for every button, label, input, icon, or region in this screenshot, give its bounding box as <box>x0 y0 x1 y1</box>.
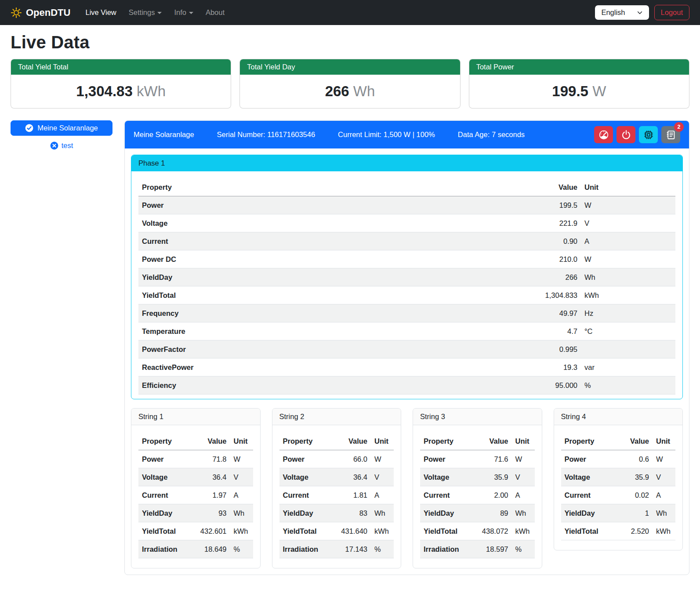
power-control-button[interactable] <box>617 126 635 143</box>
phase-card: Phase 1 Property Value Unit Power199.5WV… <box>131 155 683 399</box>
property-label: Power <box>279 450 331 468</box>
cpu-icon <box>643 130 654 140</box>
property-value: 17.143 <box>330 540 371 558</box>
property-value: 1,304.833 <box>524 286 581 304</box>
string-3-card: String 3 Property Value Unit <box>413 408 542 568</box>
table-row: YieldDay89Wh <box>420 504 535 522</box>
table-row: YieldDay93Wh <box>138 504 253 522</box>
property-label: Power <box>138 450 190 468</box>
property-label: YieldDay <box>138 504 190 522</box>
table-row: Power DC210.0W <box>138 250 675 268</box>
nav-settings[interactable]: Settings <box>123 5 168 20</box>
phase-table-head: Property Value Unit <box>138 178 675 196</box>
inverter-item-test[interactable]: test <box>11 141 112 150</box>
property-value: 438.072 <box>472 522 512 540</box>
property-value: 18.597 <box>472 540 512 558</box>
card-value-row: 1,304.83 kWh <box>11 75 231 108</box>
page-title: Live Data <box>11 33 689 52</box>
property-unit: % <box>371 540 394 558</box>
string-card-title: String 4 <box>554 409 683 425</box>
inverter-sidebar: Meine Solaranlage test <box>11 120 112 150</box>
table-row: YieldDay1Wh <box>561 504 676 522</box>
property-value: 66.0 <box>330 450 371 468</box>
property-unit: W <box>581 250 675 268</box>
property-unit: kWh <box>653 522 675 540</box>
property-label: Voltage <box>138 214 524 232</box>
inverter-toolbar: 2 <box>594 126 680 143</box>
logout-button[interactable]: Logout <box>654 5 689 20</box>
event-log-button[interactable]: 2 <box>661 126 680 143</box>
property-label: Voltage <box>279 468 331 486</box>
strings-grid: String 1 Property Value Unit <box>131 408 683 568</box>
table-row: YieldTotal432.601kWh <box>138 522 253 540</box>
property-label: Frequency <box>138 304 524 322</box>
nav-live-view-label: Live View <box>85 8 116 17</box>
property-unit: % <box>230 540 253 558</box>
nav-about[interactable]: About <box>199 5 231 20</box>
string-1-card: String 1 Property Value Unit <box>131 408 261 568</box>
property-value: 0.90 <box>524 232 581 250</box>
inverter-panel-header: Meine Solaranlage Serial Number: 1161716… <box>125 121 689 148</box>
table-row: YieldTotal438.072kWh <box>420 522 535 540</box>
property-unit: kWh <box>512 522 535 540</box>
column-header-value: Value <box>330 432 371 450</box>
card-unit: W <box>592 83 606 99</box>
table-row: YieldTotal1,304.833kWh <box>138 286 675 304</box>
property-value: 2.520 <box>612 522 653 540</box>
property-label: Voltage <box>138 468 190 486</box>
caret-down-icon <box>157 12 162 14</box>
property-label: YieldDay <box>138 268 524 286</box>
property-unit: A <box>653 486 675 504</box>
property-value: 36.4 <box>190 468 230 486</box>
property-label: YieldTotal <box>561 522 613 540</box>
limit-settings-button[interactable] <box>594 126 613 143</box>
property-label: Power <box>138 196 524 214</box>
property-label: Voltage <box>561 468 613 486</box>
main-nav: Live View Settings Info About <box>79 5 231 20</box>
property-value: 1.81 <box>330 486 371 504</box>
card-unit: Wh <box>353 83 375 99</box>
device-info-button[interactable] <box>639 126 658 143</box>
property-value: 432.601 <box>190 522 230 540</box>
card-unit: kWh <box>137 83 166 99</box>
property-unit: Hz <box>581 304 675 322</box>
property-label: Efficiency <box>138 376 524 394</box>
property-label: Current <box>420 486 472 504</box>
property-label: Current <box>138 232 524 250</box>
inverter-select-button[interactable]: Meine Solaranlage <box>11 120 112 136</box>
table-row: Voltage35.9V <box>561 468 676 486</box>
property-label: YieldDay <box>420 504 472 522</box>
property-label: YieldTotal <box>138 286 524 304</box>
property-value: 0.02 <box>612 486 653 504</box>
property-unit: V <box>581 214 675 232</box>
column-header-value: Value <box>190 432 230 450</box>
column-header-unit: Unit <box>230 432 253 450</box>
property-label: Irradiation <box>420 540 472 558</box>
column-header-property: Property <box>138 432 190 450</box>
nav-live-view[interactable]: Live View <box>79 5 122 20</box>
property-label: YieldTotal <box>420 522 472 540</box>
property-value: 4.7 <box>524 322 581 340</box>
language-select[interactable]: English <box>595 5 649 20</box>
string-2-card: String 2 Property Value Unit <box>272 408 402 568</box>
property-unit: A <box>512 486 535 504</box>
phase-card-title: Phase 1 <box>131 155 682 171</box>
inverter-data-age: Data Age: 7 seconds <box>458 130 525 139</box>
nav-info[interactable]: Info <box>168 5 199 20</box>
property-unit: W <box>581 196 675 214</box>
table-row: Voltage36.4V <box>138 468 253 486</box>
table-row: Power66.0W <box>279 450 394 468</box>
property-label: Power <box>420 450 472 468</box>
table-row: Power0.6W <box>561 450 676 468</box>
navbar: OpenDTU Live View Settings Info About En… <box>0 0 700 25</box>
card-value: 199.5 <box>552 83 588 99</box>
inverter-name: Meine Solaranlage <box>134 130 194 139</box>
total-yield-total-card: Total Yield Total 1,304.83 kWh <box>11 59 231 109</box>
property-unit: Wh <box>653 504 675 522</box>
brand[interactable]: OpenDTU <box>11 7 70 18</box>
summary-cards: Total Yield Total 1,304.83 kWh Total Yie… <box>11 59 689 109</box>
column-header-value: Value <box>524 178 581 196</box>
property-value: 36.4 <box>330 468 371 486</box>
table-row: YieldDay83Wh <box>279 504 394 522</box>
table-row: Irradiation17.143% <box>279 540 394 558</box>
